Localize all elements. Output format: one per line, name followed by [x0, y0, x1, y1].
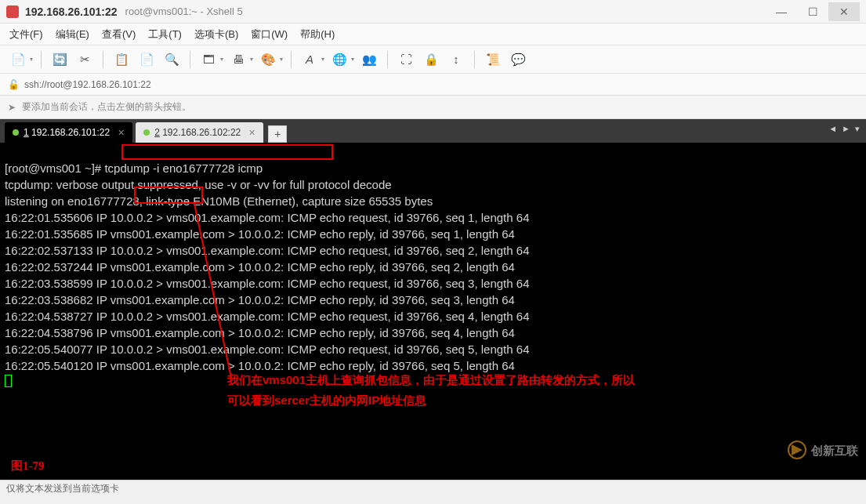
chat-icon[interactable]: 💬	[508, 49, 528, 70]
annotation-line2: 可以看到sercer主机的内网IP地址信息	[227, 390, 666, 411]
annotation-text: 我们在vms001主机上查询抓包信息，由于是通过设置了路由转发的方式，所以 可以…	[227, 370, 666, 411]
copy-icon[interactable]: 📋	[111, 49, 132, 70]
window-controls: — ☐ ✕	[766, 2, 860, 21]
prompt: [root@vms001 ~]#	[5, 161, 104, 175]
tab-nav: ◄ ► ▾	[828, 124, 860, 134]
figure-label: 图1-79	[11, 459, 45, 473]
output-line: tcpdump: verbose output suppressed, use …	[5, 178, 392, 191]
menu-tabs[interactable]: 选项卡(B)	[194, 27, 238, 42]
encoding-icon[interactable]: 🌐	[329, 49, 350, 70]
output-line: 16:22:02.537244 IP vms001.example.com > …	[5, 260, 515, 274]
disconnect-icon[interactable]: ✂	[74, 49, 95, 70]
font-icon[interactable]: A	[299, 49, 320, 70]
address-url[interactable]: ssh://root@192.168.26.101:22	[24, 79, 151, 90]
tab-prev-icon[interactable]: ◄	[828, 124, 837, 134]
output-line: 16:22:04.538727 IP 10.0.0.2 > vms001.exa…	[5, 310, 529, 323]
watermark: 创新互联	[788, 441, 858, 459]
addressbar: 🔓 ssh://root@192.168.26.101:22	[0, 74, 866, 96]
window-subtitle: root@vms001:~ - Xshell 5	[125, 5, 243, 17]
status-dot-icon	[143, 129, 150, 136]
toolbar: 📄▾ 🔄 ✂ 📋 📄 🔍 🗔▾ 🖶▾ 🎨▾ A▾ 🌐▾ 👥 ⛶ 🔒 ↕ 📜 💬	[0, 45, 866, 74]
output-line: 16:22:04.538796 IP vms001.example.com > …	[5, 326, 515, 339]
tab-session-2[interactable]: 2 192.168.26.102:22 ✕	[136, 122, 263, 143]
watermark-icon	[788, 441, 806, 459]
output-line: 16:22:03.538599 IP 10.0.0.2 > vms001.exa…	[5, 277, 529, 290]
color-icon[interactable]: 🎨	[258, 49, 278, 70]
annotation-box-command	[121, 144, 333, 160]
tab-session-1[interactable]: 1 192.168.26.101:22 ✕	[5, 122, 132, 143]
annotation-line1: 我们在vms001主机上查询抓包信息，由于是通过设置了路由转发的方式，所以	[227, 370, 666, 390]
fullscreen-icon[interactable]: ⛶	[396, 49, 416, 70]
tab-add-button[interactable]: +	[268, 125, 287, 143]
tab2-label: 192.168.26.102:22	[162, 127, 241, 138]
tab-list-icon[interactable]: ▾	[855, 124, 860, 134]
tab-close-icon[interactable]: ✕	[248, 128, 255, 138]
minimize-button[interactable]: —	[766, 2, 797, 21]
menu-help[interactable]: 帮助(H)	[300, 27, 335, 42]
tab1-label: 192.168.26.101:22	[31, 127, 110, 138]
transfer-icon[interactable]: ↕	[446, 49, 466, 70]
menu-view[interactable]: 查看(V)	[102, 27, 136, 42]
terminal[interactable]: [root@vms001 ~]# tcpdump -i eno16777728 …	[0, 143, 866, 480]
output-line: 16:22:02.537133 IP 10.0.0.2 > vms001.exa…	[5, 244, 529, 257]
hintbar: ➤ 要添加当前会话，点击左侧的箭头按钮。	[0, 96, 866, 119]
watermark-text: 创新互联	[811, 443, 858, 458]
menu-edit[interactable]: 编辑(E)	[56, 27, 89, 42]
maximize-button[interactable]: ☐	[797, 2, 828, 21]
properties-icon[interactable]: 🗔	[198, 49, 219, 70]
statusbar: 仅将文本发送到当前选项卡	[0, 480, 866, 497]
command-text: tcpdump -i eno16777728 icmp	[104, 161, 263, 175]
lock-icon[interactable]: 🔒	[421, 49, 441, 70]
arrow-icon[interactable]: ➤	[8, 102, 16, 113]
close-button[interactable]: ✕	[828, 2, 860, 21]
script-icon[interactable]: 📜	[483, 49, 503, 70]
lock-small-icon: 🔓	[8, 79, 20, 90]
new-session-icon[interactable]: 📄	[8, 49, 28, 70]
menu-tools[interactable]: 工具(T)	[148, 27, 182, 42]
output-line: listening on eno16777728, link-type EN10…	[5, 194, 433, 208]
output-line: 16:22:01.535685 IP vms001.example.com > …	[5, 227, 515, 241]
hint-text: 要添加当前会话，点击左侧的箭头按钮。	[22, 100, 191, 114]
output-line: 16:22:05.540077 IP 10.0.0.2 > vms001.exa…	[5, 343, 529, 356]
tab-close-icon[interactable]: ✕	[118, 128, 125, 138]
status-dot-icon	[13, 129, 19, 136]
paste-icon[interactable]: 📄	[136, 49, 157, 70]
app-icon	[6, 5, 19, 18]
reconnect-icon[interactable]: 🔄	[49, 49, 70, 70]
window-title: 192.168.26.101:22	[25, 5, 118, 18]
titlebar: 192.168.26.101:22 root@vms001:~ - Xshell…	[0, 0, 866, 24]
search-icon[interactable]: 🔍	[161, 49, 182, 70]
print-icon[interactable]: 🖶	[228, 49, 248, 70]
menu-file[interactable]: 文件(F)	[9, 27, 43, 42]
tab-next-icon[interactable]: ►	[842, 124, 850, 134]
tabbar: 1 192.168.26.101:22 ✕ 2 192.168.26.102:2…	[0, 119, 866, 143]
terminal-cursor	[5, 375, 12, 387]
output-line: 16:22:03.538682 IP vms001.example.com > …	[5, 293, 515, 306]
users-icon[interactable]: 👥	[359, 49, 379, 70]
menubar: 文件(F) 编辑(E) 查看(V) 工具(T) 选项卡(B) 窗口(W) 帮助(…	[0, 24, 866, 45]
status-text: 仅将文本发送到当前选项卡	[6, 482, 119, 495]
output-line: 16:22:01.535606 IP 10.0.0.2 > vms001.exa…	[5, 211, 529, 224]
menu-window[interactable]: 窗口(W)	[251, 27, 288, 42]
